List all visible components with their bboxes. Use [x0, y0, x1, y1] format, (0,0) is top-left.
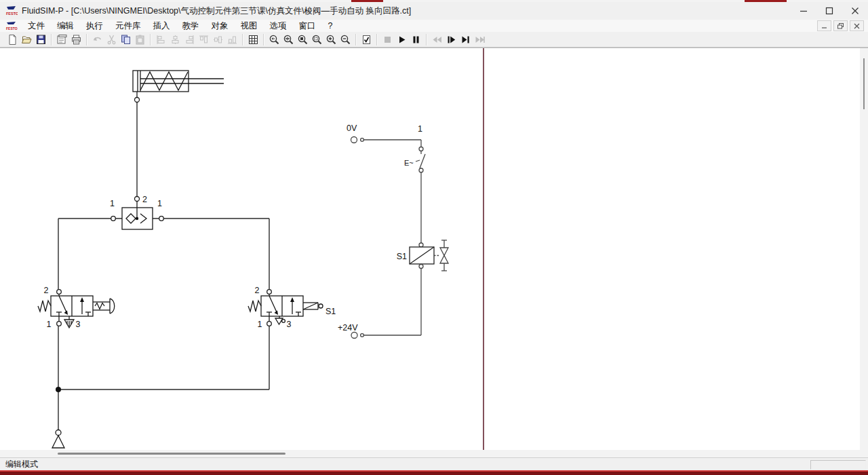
switch-tag-label: E~	[404, 159, 414, 167]
zoom-out-button[interactable]	[338, 33, 353, 46]
valve-port-label: 2	[255, 286, 260, 295]
mdi-window-controls	[817, 20, 864, 31]
window-controls	[791, 2, 868, 20]
page-border-line	[483, 48, 484, 454]
status-mode-text: 编辑模式	[5, 459, 38, 470]
menu-edit[interactable]: 编辑	[51, 20, 80, 32]
new-button[interactable]	[5, 33, 20, 46]
svg-text:FESTO: FESTO	[6, 12, 18, 16]
menubar: FESTO 文件 编辑 执行 元件库 插入 教学 对象 视图 选项 窗口 ?	[0, 20, 868, 33]
menu-object[interactable]: 对象	[205, 20, 235, 32]
toolbar-separator	[86, 34, 87, 45]
festo-logo-icon: FESTO	[5, 22, 18, 31]
zoom-page-button[interactable]	[296, 33, 310, 46]
shuttle-valve[interactable]	[111, 197, 164, 230]
valve-port-label: 1	[47, 320, 52, 329]
menu-window[interactable]: 窗口	[293, 20, 322, 32]
menu-library[interactable]: 元件库	[109, 20, 147, 32]
valve-port-label: 1	[258, 320, 262, 329]
video-progress-bar	[0, 470, 868, 475]
cylinder-single-acting[interactable]	[133, 71, 224, 102]
step-forward-button[interactable]	[444, 33, 458, 46]
rail-label-24v: +24V	[338, 323, 358, 332]
align-top-button	[197, 33, 211, 46]
toolbar	[0, 32, 868, 48]
grid-button[interactable]	[246, 33, 260, 46]
zoom-rect-button[interactable]	[310, 33, 324, 46]
valve-port-label: 2	[44, 286, 49, 295]
menu-options[interactable]: 选项	[264, 20, 293, 32]
statusbar-panel	[810, 460, 866, 470]
horizontal-scrollbar[interactable]	[0, 450, 868, 457]
fast-forward-button	[473, 33, 487, 46]
menu-file[interactable]: 文件	[22, 20, 51, 32]
valve-port-label: 3	[287, 320, 292, 329]
play-button[interactable]	[395, 33, 409, 46]
pneumatic-wires[interactable]	[58, 102, 269, 430]
menu-help[interactable]: ?	[322, 20, 339, 32]
pause-button[interactable]	[409, 33, 423, 46]
menu-insert[interactable]: 插入	[147, 20, 176, 32]
toolbar-separator	[376, 34, 378, 45]
stop-button	[380, 33, 395, 46]
window-title: FluidSIM-P - [C:\Users\NINGMEI\Desktop\气…	[22, 5, 411, 17]
undo-button	[90, 33, 104, 46]
maximize-button[interactable]	[816, 2, 842, 20]
cut-button	[104, 33, 119, 46]
mdi-restore-button[interactable]	[833, 20, 848, 31]
copy-button[interactable]	[119, 33, 133, 46]
air-source[interactable]	[52, 430, 64, 449]
save-button[interactable]	[34, 33, 48, 46]
wire-junction[interactable]	[56, 387, 61, 392]
vertical-scrollbar-thumb[interactable]	[863, 58, 865, 109]
toolbar-separator	[355, 34, 357, 45]
toolbar-separator	[150, 34, 151, 45]
close-button[interactable]	[842, 2, 868, 20]
mdi-minimize-button[interactable]	[817, 20, 831, 31]
circuit-drawing: 2 1 1	[0, 48, 868, 451]
paste-button	[133, 33, 147, 46]
toolbar-separator	[263, 34, 264, 45]
zoom-previous-button[interactable]	[267, 33, 281, 46]
align-bottom-button	[225, 33, 239, 46]
valve-port-label: 3	[76, 320, 81, 329]
align-left-button	[154, 33, 168, 46]
coil-tag-label: S1	[397, 252, 407, 261]
toolbar-separator	[51, 34, 52, 45]
menu-didactics[interactable]: 教学	[176, 20, 205, 32]
statusbar: 编辑模式	[0, 457, 868, 471]
align-right-button	[182, 33, 197, 46]
zoom-in-button[interactable]	[324, 33, 338, 46]
fluidsim-window: FESTO FluidSIM-P - [C:\Users\NINGMEI\Des…	[0, 0, 868, 475]
zoom-fit-button[interactable]	[281, 33, 296, 46]
shuttle-port-label: 1	[157, 199, 162, 208]
check-circuit-button[interactable]	[359, 33, 374, 46]
print-button[interactable]	[69, 33, 83, 46]
festo-logo-icon: FESTO	[5, 5, 18, 16]
play-to-end-button[interactable]	[458, 33, 473, 46]
toolbar-separator	[426, 34, 427, 45]
vertical-scrollbar[interactable]	[860, 48, 868, 451]
horizontal-scrollbar-thumb[interactable]	[58, 453, 285, 455]
mdi-close-button[interactable]	[850, 20, 864, 31]
valve-tag-label: S1	[326, 307, 336, 316]
menu-execute[interactable]: 执行	[80, 20, 109, 32]
rail-label-0v: 0V	[347, 124, 357, 133]
minimize-button[interactable]	[791, 2, 816, 20]
align-center-button	[168, 33, 182, 46]
electrical-circuit[interactable]	[351, 137, 449, 339]
svg-text:FESTO: FESTO	[6, 26, 18, 31]
rewind-button	[430, 33, 444, 46]
branch-label: 1	[418, 124, 422, 134]
shuttle-port-label: 1	[110, 199, 115, 208]
align-middle-button	[211, 33, 225, 46]
menu-view[interactable]: 视图	[235, 20, 264, 32]
page-preview-button[interactable]	[55, 33, 69, 46]
shuttle-port-label: 2	[142, 195, 147, 204]
open-button[interactable]	[20, 33, 34, 46]
circuit-canvas[interactable]: 2 1 1	[0, 48, 868, 450]
titlebar: FESTO FluidSIM-P - [C:\Users\NINGMEI\Des…	[0, 2, 868, 20]
toolbar-separator	[242, 34, 243, 45]
